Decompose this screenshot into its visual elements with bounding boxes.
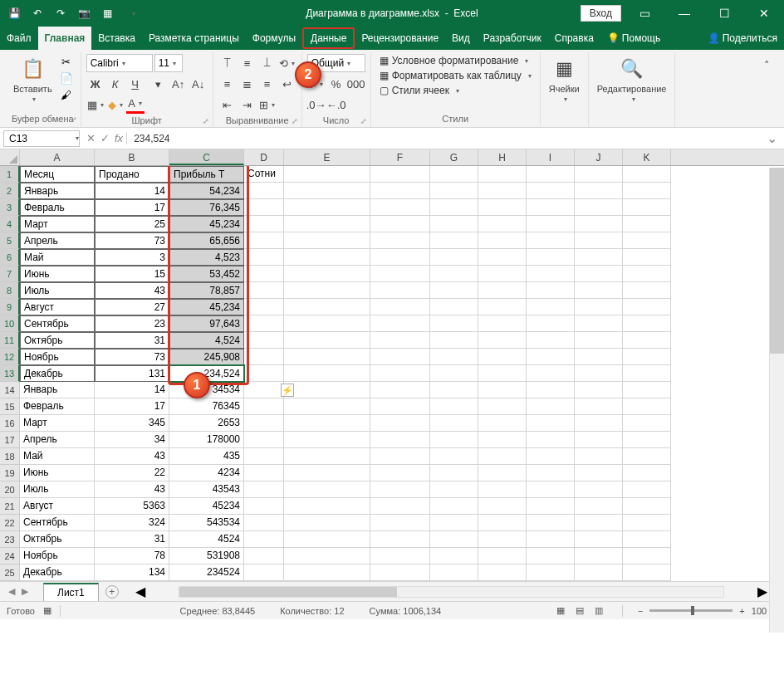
row-header[interactable]: 18 bbox=[0, 448, 20, 465]
cell[interactable]: Сентябрь bbox=[20, 515, 95, 531]
italic-icon[interactable]: К bbox=[106, 75, 125, 93]
cell[interactable] bbox=[244, 332, 284, 349]
cell[interactable] bbox=[478, 432, 527, 448]
minimize-icon[interactable]: — bbox=[668, 0, 701, 27]
font-name-select[interactable]: Calibri▾ bbox=[86, 54, 153, 72]
align-bottom-icon[interactable]: ⟘ bbox=[258, 54, 277, 72]
cell[interactable]: 43 bbox=[95, 448, 169, 465]
row-header[interactable]: 8 bbox=[0, 282, 20, 299]
autosave-icon[interactable]: 💾 bbox=[7, 6, 22, 21]
row-header[interactable]: 7 bbox=[0, 266, 20, 282]
cell[interactable] bbox=[284, 183, 370, 199]
cell[interactable]: 4,523 bbox=[169, 249, 244, 266]
cell[interactable] bbox=[623, 332, 671, 349]
cell[interactable] bbox=[478, 349, 527, 365]
page-break-icon[interactable]: ▥ bbox=[590, 604, 607, 618]
cell[interactable] bbox=[478, 515, 527, 531]
cell[interactable] bbox=[284, 398, 370, 415]
cell[interactable] bbox=[575, 349, 623, 365]
col-header-A[interactable]: A bbox=[20, 149, 95, 165]
cell[interactable] bbox=[527, 332, 575, 349]
camera-icon[interactable]: 📷 bbox=[76, 6, 91, 21]
cell[interactable]: 53,452 bbox=[169, 266, 244, 282]
row-header[interactable]: 4 bbox=[0, 216, 20, 232]
formula-input[interactable]: 234,524 bbox=[127, 133, 760, 144]
row-header[interactable]: 5 bbox=[0, 232, 20, 249]
cell[interactable] bbox=[430, 282, 478, 299]
cell[interactable] bbox=[244, 249, 284, 266]
cell[interactable] bbox=[244, 465, 284, 481]
cell[interactable] bbox=[527, 415, 575, 432]
cell[interactable] bbox=[370, 349, 430, 365]
cell[interactable] bbox=[284, 232, 370, 249]
cell[interactable]: 45,234 bbox=[169, 299, 244, 315]
cell[interactable] bbox=[575, 448, 623, 465]
cell[interactable]: 234524 bbox=[169, 564, 244, 581]
cell[interactable] bbox=[370, 232, 430, 249]
cell[interactable] bbox=[244, 266, 284, 282]
cell[interactable] bbox=[284, 199, 370, 216]
cell[interactable] bbox=[623, 498, 671, 515]
view-buttons[interactable]: ▦ ▤ ▥ bbox=[552, 604, 607, 618]
cell[interactable] bbox=[575, 432, 623, 448]
cell[interactable]: Февраль bbox=[20, 199, 95, 216]
cell[interactable]: Май bbox=[20, 249, 95, 266]
select-all-button[interactable] bbox=[0, 149, 20, 165]
cell[interactable] bbox=[527, 548, 575, 564]
cell[interactable]: 43 bbox=[95, 481, 169, 498]
grow-font-icon[interactable]: A↑ bbox=[169, 75, 188, 93]
align-top-icon[interactable]: ⟙ bbox=[218, 54, 237, 72]
cell[interactable] bbox=[430, 365, 478, 382]
cell[interactable]: 345 bbox=[95, 415, 169, 432]
cell[interactable] bbox=[478, 481, 527, 498]
cell[interactable]: Июль bbox=[20, 282, 95, 299]
indent-inc-icon[interactable]: ⇥ bbox=[238, 95, 257, 114]
cell[interactable] bbox=[430, 299, 478, 315]
row-header[interactable]: 23 bbox=[0, 531, 20, 548]
cell[interactable] bbox=[284, 166, 370, 183]
tab-view[interactable]: Вид bbox=[445, 27, 477, 50]
cell[interactable] bbox=[527, 166, 575, 183]
col-header-G[interactable]: G bbox=[430, 149, 478, 165]
cell[interactable] bbox=[575, 216, 623, 232]
cell[interactable]: Октябрь bbox=[20, 332, 95, 349]
cell[interactable] bbox=[430, 432, 478, 448]
cell[interactable] bbox=[370, 415, 430, 432]
cell[interactable]: Ноябрь bbox=[20, 349, 95, 365]
cell[interactable] bbox=[623, 183, 671, 199]
cell[interactable] bbox=[244, 432, 284, 448]
cell[interactable] bbox=[527, 515, 575, 531]
cell[interactable] bbox=[244, 299, 284, 315]
cell[interactable] bbox=[370, 249, 430, 266]
cell[interactable] bbox=[527, 349, 575, 365]
cell[interactable] bbox=[284, 564, 370, 581]
cell[interactable]: Январь bbox=[20, 183, 95, 199]
border-icon[interactable]: ▦▾ bbox=[86, 95, 105, 114]
cell[interactable] bbox=[370, 332, 430, 349]
autofill-options-icon[interactable]: ⚡ bbox=[281, 384, 294, 397]
cell[interactable] bbox=[284, 548, 370, 564]
row-header[interactable]: 20 bbox=[0, 481, 20, 498]
row-header[interactable]: 1 bbox=[0, 166, 20, 183]
cell[interactable] bbox=[370, 365, 430, 382]
cell[interactable] bbox=[527, 481, 575, 498]
cell[interactable] bbox=[370, 481, 430, 498]
shrink-font-icon[interactable]: A↓ bbox=[189, 75, 208, 93]
cell[interactable]: 4234 bbox=[169, 465, 244, 481]
tab-developer[interactable]: Разработчик bbox=[477, 27, 548, 50]
cell[interactable] bbox=[244, 515, 284, 531]
cell[interactable] bbox=[527, 448, 575, 465]
row-header[interactable]: 14 bbox=[0, 382, 20, 398]
cell[interactable] bbox=[370, 548, 430, 564]
cell[interactable] bbox=[527, 299, 575, 315]
cell[interactable]: Апрель bbox=[20, 432, 95, 448]
cell[interactable]: 22 bbox=[95, 465, 169, 481]
orientation-icon[interactable]: ⟲▾ bbox=[278, 54, 296, 72]
cell[interactable]: Март bbox=[20, 415, 95, 432]
cell[interactable] bbox=[478, 183, 527, 199]
cell[interactable] bbox=[575, 481, 623, 498]
cell[interactable] bbox=[284, 249, 370, 266]
cell[interactable] bbox=[244, 199, 284, 216]
cell[interactable] bbox=[430, 382, 478, 398]
cell[interactable] bbox=[430, 332, 478, 349]
